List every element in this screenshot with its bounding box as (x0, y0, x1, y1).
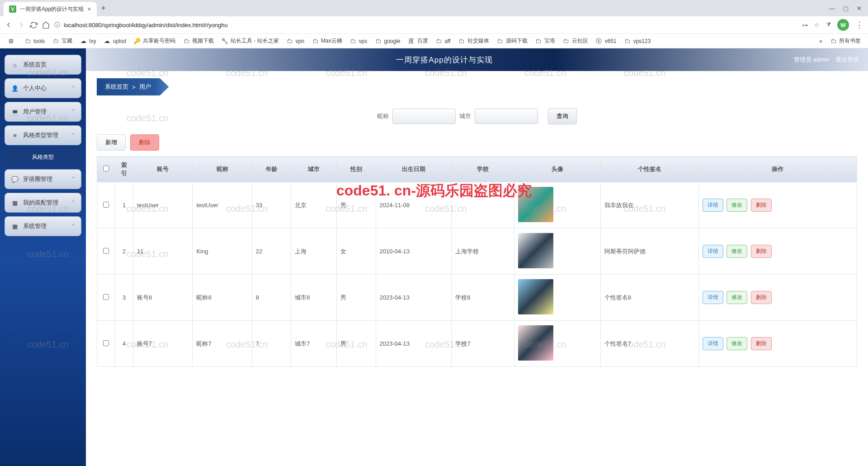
bookmark-star-icon[interactable]: ☆ (814, 22, 820, 29)
delete-button[interactable]: 删除 (130, 134, 159, 151)
edit-button[interactable]: 修改 (726, 337, 747, 350)
edit-button[interactable]: 修改 (726, 291, 747, 304)
avatar-image (518, 233, 553, 268)
cloud-icon: ☁ (104, 38, 111, 45)
bookmark-item[interactable]: 🗀aff (433, 36, 453, 46)
admin-label[interactable]: 管理员 admin (794, 56, 829, 64)
bookmark-item[interactable]: 🗀源码下载 (494, 36, 530, 46)
bookmark-item[interactable]: 🗀云社区 (560, 36, 591, 46)
bookmark-item[interactable]: 🔧站长工具 - 站长之家 (218, 36, 282, 46)
cell-nickname: testUser (193, 182, 252, 228)
row-delete-button[interactable]: 删除 (751, 291, 772, 304)
bookmark-item[interactable]: ☁txy (77, 36, 99, 46)
extensions-icon[interactable]: ⧩ (826, 21, 831, 29)
folder-icon: 🗀 (535, 38, 542, 45)
bookmark-label: v651 (605, 38, 617, 44)
table-row: 1 testUser testUser 33 北京 男 2024-11-09 我… (97, 182, 857, 228)
new-tab-button[interactable]: + (97, 4, 111, 13)
cell-age: 8 (252, 275, 291, 321)
th-account: 账号 (133, 157, 193, 182)
bookmark-item[interactable]: 🗀宝塔 (532, 36, 558, 46)
site-info-icon[interactable]: ⓘ (54, 21, 60, 29)
edit-button[interactable]: 修改 (726, 245, 747, 258)
bookmark-bar: ⊞🗀tools🗀宝藏☁txy☁uplod🔑共享账号密码🗀视频下载🔧站长工具 - … (0, 33, 868, 48)
row-delete-button[interactable]: 删除 (751, 337, 772, 350)
th-school: 学校 (452, 157, 514, 182)
select-all-checkbox[interactable] (103, 166, 109, 171)
bookmark-item[interactable]: 🗀google (372, 36, 403, 46)
bookmark-item[interactable]: 🗀社交媒体 (455, 36, 492, 46)
bookmark-item[interactable]: 🗀tools (21, 36, 47, 46)
profile-avatar[interactable]: W (837, 19, 849, 31)
edit-button[interactable]: 修改 (726, 199, 747, 212)
detail-button[interactable]: 详情 (703, 199, 723, 212)
bookmark-item[interactable]: 🗀vps123 (621, 36, 654, 46)
chevron-up-icon: ˄ (72, 133, 75, 138)
breadcrumb-home[interactable]: 系统首页 (105, 83, 128, 91)
detail-button[interactable]: 详情 (703, 245, 723, 258)
cell-city: 城市7 (291, 321, 337, 367)
bookmark-item[interactable]: 🗀视频下载 (180, 36, 217, 46)
cell-age: 22 (252, 228, 291, 275)
row-delete-button[interactable]: 删除 (751, 199, 772, 212)
query-button[interactable]: 查询 (548, 108, 577, 124)
row-checkbox[interactable] (103, 202, 109, 208)
row-delete-button[interactable]: 删除 (751, 245, 772, 258)
home-icon[interactable] (42, 21, 50, 29)
th-avatar: 头像 (514, 157, 600, 182)
baidu-icon: 度 (408, 38, 415, 45)
password-icon[interactable]: ⊶ (802, 22, 808, 29)
row-checkbox[interactable] (103, 294, 109, 300)
reload-icon[interactable] (30, 21, 38, 29)
bookmarks-overflow[interactable]: » (816, 37, 825, 46)
bookmark-item[interactable]: 🔑共享账号密码 (131, 36, 178, 46)
row-checkbox[interactable] (103, 340, 109, 346)
bookmark-item[interactable]: 🗀vpn (283, 36, 307, 46)
detail-button[interactable]: 详情 (703, 291, 723, 304)
close-icon[interactable]: × (87, 5, 91, 13)
cell-signature: 个性签名8 (600, 275, 698, 321)
cell-city: 城市8 (291, 275, 337, 321)
cell-city: 北京 (291, 182, 337, 228)
bookmark-item[interactable]: 🗀vps (347, 36, 370, 46)
url-bar[interactable]: ⓘ localhost:8080/springboot4ddqy/admin/d… (54, 21, 797, 29)
breadcrumb-current: 用户 (139, 83, 151, 91)
row-checkbox[interactable] (103, 248, 109, 254)
cell-birthday: 2024-11-09 (376, 182, 452, 228)
laptop-icon: 💻 (11, 109, 19, 115)
bookmark-item[interactable]: 🗀Max云梯 (309, 36, 345, 46)
back-icon[interactable] (5, 21, 13, 29)
filter-bar: 昵称 城市 查询 (97, 108, 857, 124)
bookmark-item[interactable]: 度百度 (405, 36, 431, 46)
add-button[interactable]: 新增 (97, 134, 126, 151)
nickname-input[interactable] (392, 109, 456, 124)
more-menu-icon[interactable]: ⋮ (855, 20, 863, 30)
city-input[interactable] (475, 109, 538, 124)
submenu-style-type[interactable]: 风格类型 (5, 149, 81, 166)
sidebar-item-6[interactable]: ▦系统管理˅ (5, 216, 81, 236)
logout-button[interactable]: 退出登录 (835, 56, 859, 64)
sidebar-item-5[interactable]: ▦我的搭配管理˅ (5, 193, 81, 213)
sidebar-item-1[interactable]: 👤个人中心˅ (5, 78, 81, 98)
forward-icon[interactable] (17, 21, 25, 29)
bookmark-item[interactable]: 🗀宝藏 (49, 36, 75, 46)
close-window-icon[interactable]: ✕ (857, 5, 862, 12)
browser-tab[interactable]: V 一周穿搭App的设计与实现 × (4, 2, 97, 16)
home-icon: ⌂ (11, 62, 19, 68)
maximize-icon[interactable]: ▢ (843, 5, 849, 12)
sidebar-item-3[interactable]: ≡风格类型管理˄ (5, 125, 81, 145)
sidebar-item-4[interactable]: 💬穿搭圈管理˅ (5, 169, 81, 189)
cell-gender: 男 (337, 275, 376, 321)
bookmark-item[interactable]: ☁uplod (101, 36, 129, 46)
th-nickname: 昵称 (193, 157, 252, 182)
all-bookmarks[interactable]: 🗀所有书签 (827, 36, 863, 46)
tab-title: 一周穿搭App的设计与实现 (20, 5, 84, 13)
minimize-icon[interactable]: — (829, 5, 835, 12)
sidebar-item-0[interactable]: ⌂系统首页 (5, 55, 81, 75)
bookmark-item[interactable]: Ⓥv651 (593, 36, 619, 46)
bookmark-item[interactable]: ⊞ (5, 36, 19, 46)
cell-gender: 女 (337, 228, 376, 275)
person-icon: 👤 (11, 85, 19, 92)
detail-button[interactable]: 详情 (703, 337, 723, 350)
sidebar-item-2[interactable]: 💻用户管理˅ (5, 102, 81, 122)
